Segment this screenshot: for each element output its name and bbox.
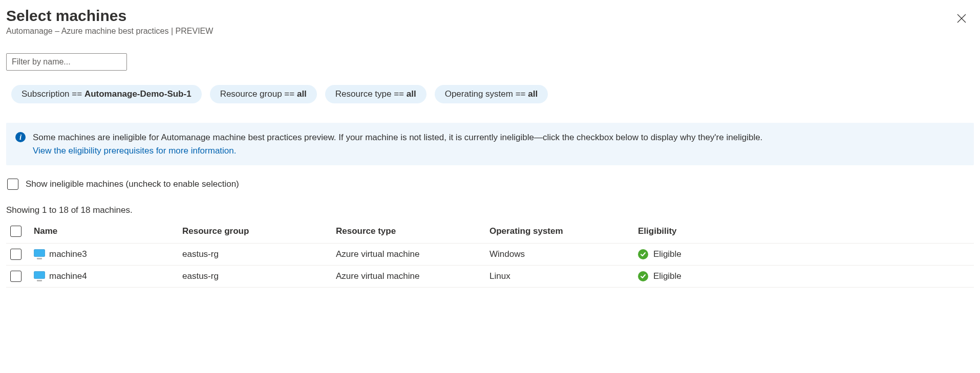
resource-group-cell: eastus-rg bbox=[178, 244, 332, 266]
resource-type-cell: Azure virtual machine bbox=[332, 266, 485, 288]
show-ineligible-label: Show ineligible machines (uncheck to ena… bbox=[26, 179, 239, 189]
pill-label: Subscription bbox=[22, 89, 70, 99]
vm-icon bbox=[34, 271, 45, 281]
filter-pill-resource-group[interactable]: Resource group == all bbox=[210, 85, 317, 103]
os-cell: Linux bbox=[485, 266, 634, 288]
eligibility-prerequisites-link[interactable]: View the eligibility prerequisites for m… bbox=[33, 146, 236, 156]
show-ineligible-checkbox[interactable] bbox=[7, 179, 18, 190]
banner-text: Some machines are ineligible for Automan… bbox=[33, 133, 762, 142]
page-subtitle: Automanage – Azure machine best practice… bbox=[6, 27, 952, 36]
resource-type-cell: Azure virtual machine bbox=[332, 244, 485, 266]
select-all-checkbox[interactable] bbox=[10, 226, 22, 237]
pill-value: all bbox=[407, 89, 416, 99]
th-name[interactable]: Name bbox=[30, 221, 178, 244]
pill-label: Resource type bbox=[335, 89, 392, 99]
resource-group-cell: eastus-rg bbox=[178, 266, 332, 288]
pill-op: == bbox=[72, 89, 82, 99]
pill-value: all bbox=[297, 89, 307, 99]
filter-pill-subscription[interactable]: Subscription == Automanage-Demo-Sub-1 bbox=[11, 85, 202, 103]
result-count: Showing 1 to 18 of 18 machines. bbox=[6, 205, 974, 215]
info-banner: i Some machines are ineligible for Autom… bbox=[6, 123, 974, 165]
filter-by-name-input[interactable] bbox=[6, 53, 127, 71]
vm-icon bbox=[34, 249, 45, 259]
eligible-icon bbox=[638, 249, 648, 259]
os-cell: Windows bbox=[485, 244, 634, 266]
pill-op: == bbox=[394, 89, 404, 99]
pill-label: Resource group bbox=[220, 89, 282, 99]
page-title: Select machines bbox=[6, 7, 952, 25]
row-checkbox[interactable] bbox=[10, 249, 22, 260]
pill-value: all bbox=[528, 89, 538, 99]
th-resource-group[interactable]: Resource group bbox=[178, 221, 332, 244]
pill-value: Automanage-Demo-Sub-1 bbox=[84, 89, 191, 99]
eligible-icon bbox=[638, 271, 648, 281]
eligibility-text: Eligible bbox=[653, 271, 681, 281]
pill-op: == bbox=[516, 89, 526, 99]
th-eligibility[interactable]: Eligibility bbox=[634, 221, 974, 244]
close-button[interactable] bbox=[952, 9, 971, 28]
pill-op: == bbox=[284, 89, 294, 99]
machine-name: machine4 bbox=[49, 271, 87, 281]
table-row[interactable]: machine4 eastus-rg Azure virtual machine… bbox=[6, 266, 974, 288]
machine-name: machine3 bbox=[49, 249, 87, 259]
machines-table: Name Resource group Resource type Operat… bbox=[6, 221, 974, 288]
row-checkbox[interactable] bbox=[10, 271, 22, 282]
filter-pill-row: Subscription == Automanage-Demo-Sub-1 Re… bbox=[6, 85, 974, 103]
pill-label: Operating system bbox=[445, 89, 513, 99]
th-operating-system[interactable]: Operating system bbox=[485, 221, 634, 244]
close-icon bbox=[957, 14, 966, 23]
th-resource-type[interactable]: Resource type bbox=[332, 221, 485, 244]
info-icon: i bbox=[15, 132, 26, 142]
eligibility-text: Eligible bbox=[653, 249, 681, 259]
table-row[interactable]: machine3 eastus-rg Azure virtual machine… bbox=[6, 244, 974, 266]
filter-pill-resource-type[interactable]: Resource type == all bbox=[325, 85, 427, 103]
filter-pill-operating-system[interactable]: Operating system == all bbox=[435, 85, 548, 103]
